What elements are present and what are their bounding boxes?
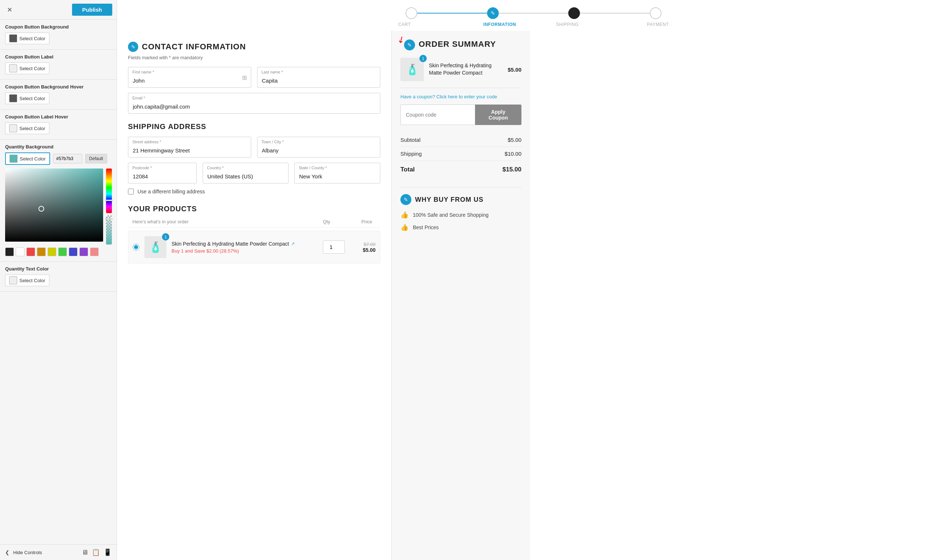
coupon-link[interactable]: Have a coupon? Click here to enter your … (400, 94, 522, 99)
main-content: ✎ Cart Information Shipping Payment ✎ CO… (117, 0, 950, 560)
swatch-yellow[interactable] (48, 248, 56, 256)
state-label: State / County * (299, 166, 327, 170)
order-product-emoji: 🧴 (406, 64, 419, 76)
swatch-red[interactable] (26, 248, 35, 256)
swatch-white[interactable] (16, 248, 25, 256)
chevron-left-icon: ❮ (5, 549, 9, 555)
swatch-purple[interactable] (79, 248, 88, 256)
swatch-orange[interactable] (37, 248, 46, 256)
product-badge: 1 (162, 233, 169, 240)
default-button[interactable]: Default (85, 154, 107, 163)
apply-coupon-button[interactable]: Apply Coupon (475, 105, 522, 125)
why-buy-item-2: 👍 Best Prices (400, 223, 522, 231)
right-sidebar: ↙ ✎ ORDER SUMMARY 🧴 1 Skin Perfecting & … (391, 31, 530, 560)
step-cart-circle (405, 7, 417, 19)
quantity-text-section: Quantity Text Color Select Color (0, 262, 117, 292)
subtotal-row: Subtotal $5.00 (400, 133, 522, 147)
products-title: YOUR PRODUCTS (128, 205, 380, 213)
step-label-cart[interactable]: Cart (398, 22, 466, 27)
billing-checkbox[interactable] (128, 189, 134, 194)
email-input[interactable] (128, 93, 380, 114)
step-label-information[interactable]: Information (466, 22, 534, 27)
external-link-icon[interactable]: ↗ (291, 241, 295, 246)
email-label: Email * (132, 96, 145, 100)
why-buy-badge-icon: ✎ (404, 197, 408, 203)
mandatory-note: Fields marked with * are mandatory (128, 55, 380, 60)
contact-badge: ✎ (128, 42, 138, 52)
progress-bar: ✎ Cart Information Shipping Payment (117, 0, 950, 31)
swatch-pink[interactable] (90, 248, 99, 256)
coupon-label-title: Coupon Button Label (5, 54, 111, 60)
mobile-icon[interactable]: 📱 (103, 548, 111, 556)
swatch-black[interactable] (5, 248, 14, 256)
swatch-blue[interactable] (69, 248, 77, 256)
order-badge-icon: ✎ (407, 42, 412, 48)
step-label-shipping[interactable]: Shipping (534, 22, 601, 27)
coupon-bg-hover-label: Select Color (19, 96, 45, 101)
swatch-green[interactable] (58, 248, 67, 256)
coupon-bg-swatch (9, 34, 17, 42)
coupon-bg-title: Coupon Button Background (5, 24, 111, 29)
shipping-row: Shipping $10.00 (400, 147, 522, 161)
postcode-field: Postcode * (128, 163, 197, 183)
coupon-label-hover-title: Coupon Button Label Hover (5, 114, 111, 120)
step-payment-circle[interactable] (650, 7, 662, 19)
thumbs-up-icon-1: 👍 (400, 211, 408, 219)
checkout-area: ✎ CONTACT INFORMATION Fields marked with… (117, 31, 950, 560)
step-line-2 (499, 13, 569, 14)
desktop-icon[interactable]: 🖥 (82, 549, 88, 556)
shipping-section-title: SHIPPING ADDRESS (128, 123, 380, 131)
order-product-price: $5.00 (508, 66, 522, 73)
first-name-field: First name * ⊞ (128, 67, 251, 88)
street-label: Street address * (132, 140, 161, 144)
why-buy-text-2: Best Prices (413, 225, 439, 230)
close-button[interactable]: ✕ (5, 5, 15, 15)
hex-input[interactable] (53, 154, 82, 163)
quantity-text-title: Quantity Text Color (5, 266, 111, 272)
qty-header: Qty (317, 219, 336, 225)
coupon-label-swatch (9, 64, 17, 72)
alpha-thumb (105, 218, 112, 220)
product-emoji: 🧴 (149, 241, 162, 253)
coupon-label-hover-color-btn[interactable]: Select Color (5, 123, 49, 134)
step-shipping-circle[interactable] (568, 7, 580, 19)
hue-slider[interactable] (106, 169, 112, 213)
shipping-value: $10.00 (505, 151, 522, 157)
product-radio[interactable] (133, 244, 139, 251)
coupon-label-hover-section: Coupon Button Label Hover Select Color (0, 110, 117, 140)
hue-thumb (105, 200, 112, 201)
coupon-label-color-btn[interactable]: Select Color (5, 63, 49, 74)
coupon-bg-section: Coupon Button Background Select Color (0, 20, 117, 50)
why-buy-section: ✎ WHY BUY FROM US 👍 100% Safe and Secure… (400, 187, 522, 236)
gradient-picker[interactable] (5, 169, 103, 242)
contact-badge-icon: ✎ (131, 44, 135, 50)
billing-checkbox-row: Use a different billing address (128, 189, 380, 194)
left-panel: ✕ Publish Coupon Button Background Selec… (0, 0, 117, 560)
quantity-bg-swatch (9, 155, 18, 163)
alpha-slider[interactable] (106, 215, 112, 245)
step-information-circle[interactable]: ✎ (487, 7, 499, 19)
quantity-text-label: Select Color (19, 278, 45, 283)
postcode-label: Postcode * (132, 166, 152, 170)
tablet-icon[interactable]: 📋 (92, 548, 100, 556)
name-row: First name * ⊞ Last name * (128, 67, 380, 88)
shipping-label: Shipping (400, 151, 422, 157)
coupon-bg-color-btn[interactable]: Select Color (5, 32, 49, 44)
country-field: Country * (203, 163, 288, 183)
step-line-3 (580, 13, 650, 14)
quantity-bg-title: Quantity Background (5, 144, 111, 149)
hide-controls-label[interactable]: Hide Controls (13, 550, 78, 555)
qty-input[interactable] (323, 240, 345, 254)
town-field: Town / City * (257, 137, 380, 157)
quantity-bg-color-btn[interactable]: Select Color (5, 152, 50, 165)
publish-button[interactable]: Publish (72, 4, 112, 16)
price-header: Price (358, 219, 376, 225)
order-product-badge: 1 (419, 55, 427, 62)
coupon-input[interactable] (400, 105, 475, 125)
coupon-bg-hover-color-btn[interactable]: Select Color (5, 92, 49, 104)
quantity-text-color-btn[interactable]: Select Color (5, 274, 49, 286)
order-product-name: Skin Perfecting & Hydrating Matte Powder… (429, 62, 502, 76)
step-label-payment[interactable]: Payment (601, 22, 669, 27)
street-field: Street address * (128, 137, 251, 157)
town-label: Town / City * (262, 140, 284, 144)
